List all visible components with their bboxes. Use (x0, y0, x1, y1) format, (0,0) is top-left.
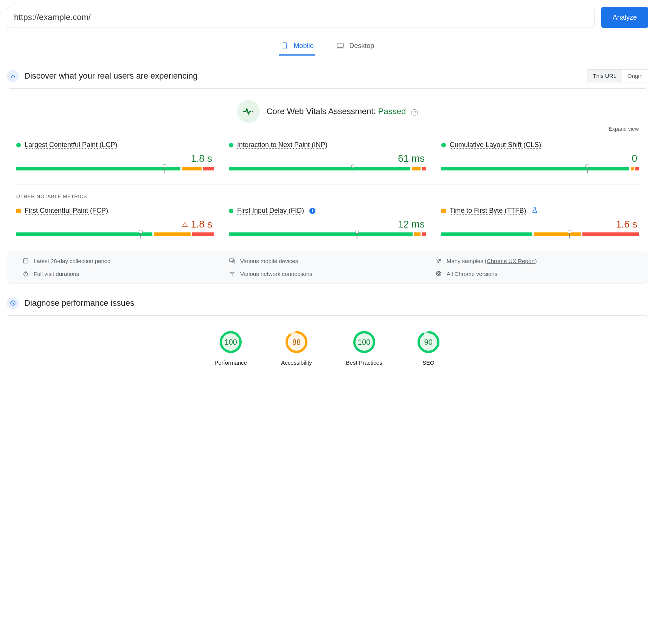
metric-name[interactable]: First Contentful Paint (FCP) (25, 207, 108, 215)
svg-point-14 (437, 259, 438, 260)
field-data-icon (7, 70, 19, 82)
distribution-bar (16, 167, 214, 170)
help-icon[interactable]: ? (411, 109, 418, 116)
info-network: Various network connections (240, 271, 312, 277)
gauge-score: 90 (416, 330, 441, 354)
other-metrics-heading: OTHER NOTABLE METRICS (16, 194, 639, 199)
metric-name[interactable]: Time to First Byte (TTFB) (450, 207, 526, 215)
assessment-status: Passed (378, 107, 406, 116)
collection-info-panel: Latest 28-day collection period Various … (7, 251, 648, 283)
percentile-marker (163, 164, 166, 168)
assessment-label: Core Web Vitals Assessment: (267, 107, 376, 116)
status-dot (229, 209, 233, 213)
mobile-icon (281, 42, 289, 50)
gauge-best-practices[interactable]: 100Best Practices (346, 330, 382, 366)
stopwatch-icon (22, 270, 29, 277)
metric: Largest Contentful Paint (LCP)1.8 s (16, 141, 214, 170)
distribution-bar (441, 167, 639, 170)
assessment-text: Core Web Vitals Assessment: Passed ? (267, 107, 418, 116)
svg-point-4 (11, 76, 12, 77)
field-data-card: Core Web Vitals Assessment: Passed ? Exp… (7, 88, 648, 283)
metric: First Input Delay (FID)i12 ms (229, 207, 426, 236)
field-data-heading: Discover what your real users are experi… (24, 71, 582, 81)
scope-segmented-control: This URL Origin (587, 69, 648, 82)
gauge-seo[interactable]: 90SEO (416, 330, 441, 366)
desktop-icon (336, 42, 345, 50)
divider (16, 184, 639, 184)
tab-mobile-label: Mobile (293, 42, 314, 50)
metric: Time to First Byte (TTFB)1.6 s (441, 207, 639, 236)
status-dot (16, 209, 21, 213)
tab-desktop[interactable]: Desktop (335, 39, 376, 56)
gauge-score: 100 (352, 330, 376, 354)
svg-point-6 (14, 76, 15, 77)
metric: Interaction to Next Paint (INP)61 ms (229, 141, 426, 170)
distribution-bar (441, 232, 639, 236)
expand-view-link[interactable]: Expand view (16, 126, 639, 132)
gauge-ring: 88 (284, 330, 309, 354)
devices-icon (229, 257, 236, 264)
url-input[interactable] (7, 7, 594, 28)
gauge-score: 88 (284, 330, 309, 354)
svg-point-7 (251, 111, 253, 112)
percentile-marker (351, 164, 355, 168)
scope-origin[interactable]: Origin (622, 70, 648, 82)
tab-desktop-label: Desktop (349, 42, 374, 50)
metric-value: 1.6 s (616, 218, 637, 230)
svg-rect-2 (337, 43, 344, 48)
lighthouse-card: 100Performance88Accessibility100Best Pra… (7, 315, 648, 381)
status-dot (229, 143, 233, 147)
chrome-icon (435, 270, 442, 277)
lighthouse-heading: Diagnose performance issues (24, 298, 648, 308)
distribution-bar (229, 167, 426, 170)
metric: First Contentful Paint (FCP)⚠1.8 s (16, 207, 214, 236)
metric-value: 12 ms (398, 218, 425, 230)
gauge-label: Performance (214, 359, 247, 366)
metric-name[interactable]: Cumulative Layout Shift (CLS) (450, 141, 541, 149)
svg-rect-8 (23, 259, 28, 263)
svg-point-15 (439, 259, 441, 261)
metric-value: 1.8 s (191, 218, 212, 230)
analyze-button[interactable]: Analyze (601, 7, 648, 28)
percentile-marker (139, 230, 143, 234)
status-dot (16, 143, 21, 147)
metric-value: 61 ms (398, 153, 425, 164)
distribution-bar (16, 232, 214, 236)
percentile-marker (568, 230, 571, 234)
svg-point-20 (232, 275, 233, 276)
status-dot (441, 143, 446, 147)
percentile-marker (355, 230, 359, 234)
metric-name[interactable]: First Input Delay (FID) (237, 207, 304, 215)
gauge-performance[interactable]: 100Performance (214, 330, 247, 366)
tab-mobile[interactable]: Mobile (279, 39, 315, 56)
metric-name[interactable]: Interaction to Next Paint (INP) (237, 141, 328, 149)
gauge-accessibility[interactable]: 88Accessibility (281, 330, 312, 366)
metric-value: 0 (632, 153, 637, 164)
calendar-icon (22, 257, 29, 264)
flask-icon[interactable] (531, 207, 538, 215)
status-dot (441, 209, 446, 213)
info-durations: Full visit durations (34, 271, 79, 277)
distribution-bar (229, 232, 426, 236)
gauge-score: 100 (219, 330, 243, 354)
samples-icon (435, 257, 442, 264)
svg-point-5 (12, 74, 13, 76)
info-devices: Various mobile devices (240, 258, 298, 264)
svg-point-16 (438, 261, 439, 263)
lighthouse-icon (7, 297, 19, 309)
info-samples: Many samples (Chrome UX Report) (447, 258, 537, 264)
metric-name[interactable]: Largest Contentful Paint (LCP) (25, 141, 117, 149)
metric-value: 1.8 s (191, 153, 212, 164)
info-collection-period: Latest 28-day collection period (34, 258, 110, 264)
gauge-ring: 100 (219, 330, 243, 354)
vitals-pulse-icon (237, 100, 260, 123)
warning-icon: ⚠ (182, 220, 188, 229)
crux-report-link[interactable]: Chrome UX Report (487, 258, 535, 264)
gauge-label: Best Practices (346, 359, 382, 366)
scope-this-url[interactable]: This URL (587, 70, 622, 82)
info-icon[interactable]: i (309, 208, 315, 214)
gauge-label: Accessibility (281, 359, 312, 366)
metric: Cumulative Layout Shift (CLS)0 (441, 141, 639, 170)
gauge-label: SEO (422, 359, 435, 366)
network-icon (229, 270, 236, 277)
